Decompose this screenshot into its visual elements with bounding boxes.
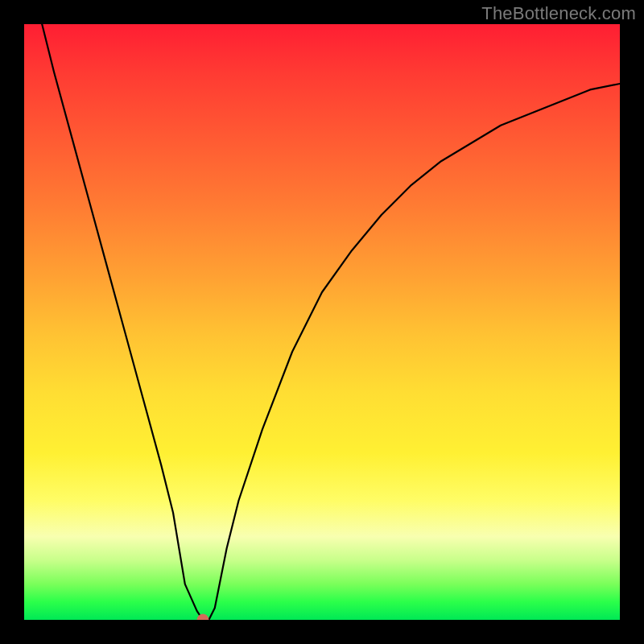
watermark-text: TheBottleneck.com: [481, 3, 636, 24]
curve-svg: [24, 24, 620, 620]
bottleneck-curve-path: [42, 24, 620, 620]
chart-frame: TheBottleneck.com: [0, 0, 644, 644]
plot-area: [24, 24, 620, 620]
minimum-marker: [197, 614, 208, 620]
